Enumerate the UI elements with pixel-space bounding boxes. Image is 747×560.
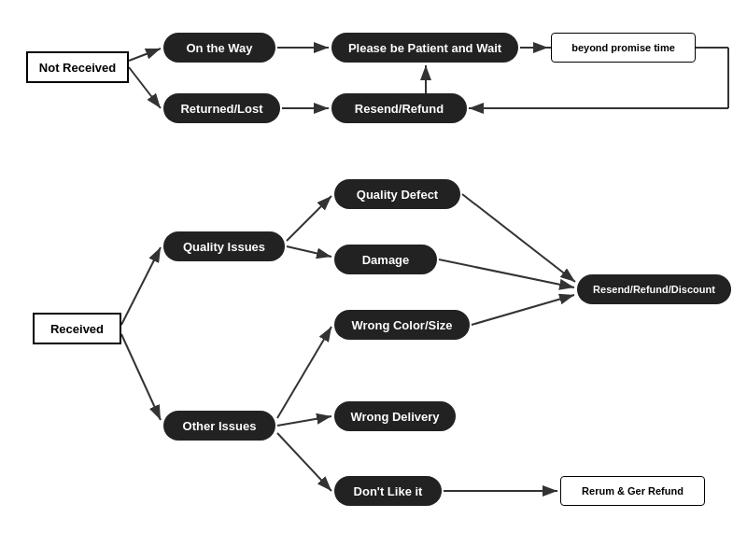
- svg-line-1: [129, 49, 161, 61]
- svg-line-15: [277, 327, 331, 418]
- wrong-color-size-node: Wrong Color/Size: [334, 310, 470, 340]
- other-issues-node: Other Issues: [163, 411, 275, 441]
- dont-like-node: Don't Like it: [334, 476, 442, 506]
- svg-line-16: [277, 416, 331, 426]
- svg-line-20: [472, 295, 574, 325]
- resend-refund-discount-node: Resend/Refund/Discount: [577, 274, 731, 304]
- wrong-delivery-node: Wrong Delivery: [334, 401, 456, 431]
- return-get-refund-node: Rerum & Ger Refund: [560, 476, 705, 506]
- svg-line-2: [129, 67, 161, 108]
- svg-line-19: [439, 259, 574, 287]
- received-node: Received: [33, 313, 121, 344]
- quality-defect-node: Quality Defect: [334, 179, 460, 209]
- returned-lost-node: Returned/Lost: [163, 93, 280, 123]
- on-the-way-node: On the Way: [163, 33, 275, 63]
- svg-line-14: [287, 246, 331, 257]
- resend-refund-top-node: Resend/Refund: [331, 93, 467, 123]
- svg-line-13: [287, 196, 331, 241]
- svg-line-12: [121, 334, 161, 420]
- please-patient-node: Please be Patient and Wait: [331, 33, 518, 63]
- svg-line-11: [121, 247, 161, 325]
- svg-line-17: [277, 433, 331, 491]
- damage-node: Damage: [334, 245, 437, 274]
- not-received-node: Not Received: [26, 51, 129, 83]
- beyond-promise-node: beyond promise time: [551, 33, 696, 63]
- svg-line-18: [462, 194, 575, 282]
- quality-issues-node: Quality Issues: [163, 231, 285, 261]
